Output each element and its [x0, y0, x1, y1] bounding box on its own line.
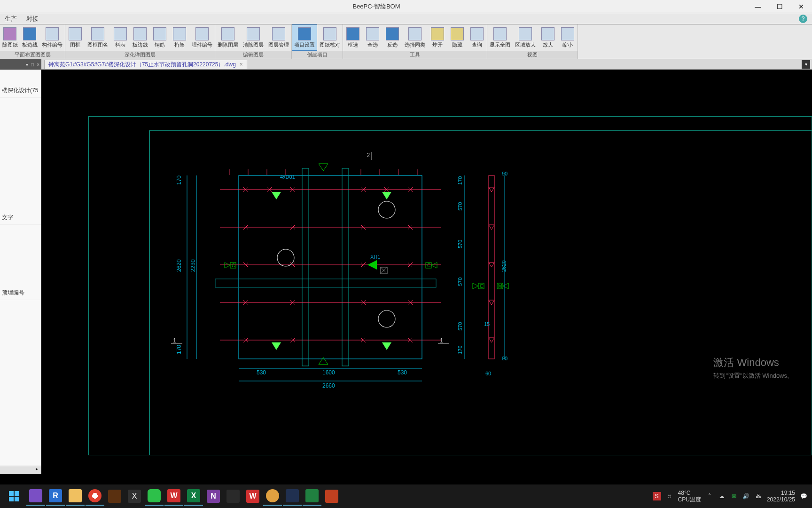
panel-opt-icon[interactable]: □: [31, 62, 34, 67]
tray-ime-icon[interactable]: S: [653, 492, 661, 500]
rb-rebar[interactable]: 钢筋: [150, 24, 170, 51]
rb-component-id[interactable]: 构件编号: [39, 24, 65, 51]
rb-invert-select[interactable]: 反选: [383, 24, 402, 51]
svg-text:90: 90: [502, 171, 508, 176]
tb-excel[interactable]: X: [184, 487, 203, 506]
svg-text:170: 170: [457, 176, 463, 185]
svg-marker-103: [489, 187, 494, 192]
main: 楼深化设计(75 文字 预埋编号 ▸: [0, 70, 812, 474]
svg-rect-130: [15, 497, 19, 501]
minimize-button[interactable]: —: [747, 0, 769, 13]
rb-zoom-region[interactable]: 区域放大: [513, 24, 538, 51]
tb-app-2[interactable]: X: [125, 487, 144, 506]
help-icon[interactable]: ?: [799, 15, 807, 23]
rb-query[interactable]: 查询: [467, 24, 487, 51]
tray-people-icon[interactable]: ⍥: [666, 492, 673, 500]
rb-select-all[interactable]: 全选: [363, 24, 383, 51]
rb-project-settings[interactable]: 项目设置: [292, 24, 317, 51]
svg-text:2620: 2620: [176, 259, 182, 272]
document-tab-title: 钟寓苑G1#G3#G5#G7#楼深化设计（75止水节改预留孔洞20220725）…: [48, 61, 236, 69]
tb-wechat[interactable]: [145, 487, 164, 506]
rb-frame[interactable]: 图框: [65, 24, 85, 51]
maximize-button[interactable]: ☐: [769, 0, 790, 13]
tray-cloud-icon[interactable]: ☁: [718, 492, 726, 500]
tb-app-6[interactable]: [322, 487, 341, 506]
tray-volume-icon[interactable]: 🔊: [742, 492, 750, 500]
rb-delete-layer[interactable]: 删除图层: [215, 24, 241, 51]
tray-clock[interactable]: 19:152022/10/25: [767, 490, 795, 503]
tb-revit[interactable]: R: [46, 487, 65, 506]
tray-notifications-icon[interactable]: 💬: [800, 492, 807, 500]
svg-rect-1: [149, 131, 812, 455]
svg-text:4xD01: 4xD01: [280, 174, 295, 180]
rb-drawing-layer[interactable]: 除图纸: [0, 24, 20, 51]
tray-up-icon[interactable]: ˄: [706, 492, 713, 500]
rb-box-select[interactable]: 框选: [343, 24, 363, 51]
svg-rect-0: [88, 117, 812, 455]
tb-chrome[interactable]: [86, 487, 104, 506]
rb-drawing-check[interactable]: 图纸核对: [317, 24, 343, 51]
svg-text:2620: 2620: [501, 261, 507, 272]
rb-board-edge-1[interactable]: 板边线: [20, 24, 39, 51]
rg5-label: 工具: [343, 51, 487, 59]
tb-app-3[interactable]: [224, 487, 242, 506]
tb-file-explorer[interactable]: [66, 487, 85, 506]
system-tray: S ⍥ 48°CCPU温度 ˄ ☁ ✉ 🔊 🖧 19:152022/10/25 …: [653, 490, 809, 503]
svg-rect-128: [15, 491, 19, 496]
tb-app-4[interactable]: [263, 487, 282, 506]
tb-app-5[interactable]: [303, 487, 321, 506]
svg-text:M: M: [498, 284, 502, 289]
svg-marker-105: [489, 262, 494, 267]
rg4-label: 创建项目: [292, 51, 343, 59]
svg-marker-72: [319, 357, 328, 365]
tb-visual-studio[interactable]: [26, 487, 45, 506]
svg-text:C: C: [232, 263, 235, 268]
rb-clear-layer[interactable]: 清除图层: [241, 24, 266, 51]
rb-frame-name[interactable]: 图框图名: [85, 24, 110, 51]
panel-pin-icon[interactable]: ▾: [26, 62, 28, 67]
rb-select-same[interactable]: 选择同类: [402, 24, 428, 51]
svg-text:2280: 2280: [190, 259, 196, 272]
svg-text:170: 170: [176, 175, 182, 185]
tray-wechat-icon[interactable]: ✉: [730, 492, 738, 500]
tab-close-icon[interactable]: ×: [240, 61, 243, 68]
svg-rect-5: [342, 168, 349, 366]
rb-layer-manager[interactable]: 图层管理: [266, 24, 291, 51]
tb-beepc[interactable]: [283, 487, 302, 506]
rb-truss[interactable]: 桁架: [170, 24, 189, 51]
tb-onenote[interactable]: N: [204, 487, 223, 506]
rb-board-edge-2[interactable]: 板边线: [130, 24, 150, 51]
rg6-label: 视图: [487, 51, 578, 59]
sidebar-item-doc[interactable]: 楼深化设计(75: [0, 84, 41, 98]
rb-zoom-in[interactable]: 放大: [538, 24, 558, 51]
svg-text:170: 170: [457, 346, 463, 354]
ribbon: 除图纸 板边线 构件编号 平面布置图图层 图框 图框图名 料表 板边线 钢筋 桁…: [0, 24, 812, 59]
menu-produce[interactable]: 生产: [5, 15, 17, 23]
panel-close-icon[interactable]: ×: [37, 62, 39, 67]
tray-temperature[interactable]: 48°CCPU温度: [678, 490, 701, 503]
tab-list-dropdown[interactable]: ▾: [802, 60, 810, 69]
menu-dock[interactable]: 对接: [26, 15, 39, 23]
sidebar-scrollbar[interactable]: ▸: [0, 466, 41, 474]
rb-hide[interactable]: 隐藏: [447, 24, 467, 51]
sidebar-item-text[interactable]: 文字: [0, 211, 41, 225]
svg-text:570: 570: [457, 322, 463, 331]
svg-text:2660: 2660: [322, 382, 335, 389]
tb-wps-2[interactable]: W: [243, 487, 262, 506]
rb-embed-id[interactable]: 埋件编号: [189, 24, 215, 51]
rb-show-full[interactable]: 显示全图: [487, 24, 513, 51]
svg-text:170: 170: [176, 345, 182, 354]
document-tab[interactable]: 钟寓苑G1#G3#G5#G7#楼深化设计（75止水节改预留孔洞20220725）…: [44, 60, 247, 69]
rb-zoom-out[interactable]: 缩小: [558, 24, 578, 51]
menubar: 生产 对接 ?: [0, 13, 812, 24]
tb-app-1[interactable]: [105, 487, 124, 506]
rb-explode[interactable]: 炸开: [428, 24, 447, 51]
tb-wps-1[interactable]: W: [164, 487, 183, 506]
tray-network-icon[interactable]: 🖧: [755, 492, 762, 500]
drawing-canvas[interactable]: 170 170 2620 2280 530 1600 530 2660 2 1 …: [41, 70, 812, 474]
svg-text:90: 90: [502, 356, 508, 361]
close-button[interactable]: ✕: [790, 0, 812, 13]
sidebar-item-embed[interactable]: 预埋编号: [0, 286, 41, 300]
rb-material-table[interactable]: 料表: [110, 24, 130, 51]
start-button[interactable]: [3, 487, 25, 506]
